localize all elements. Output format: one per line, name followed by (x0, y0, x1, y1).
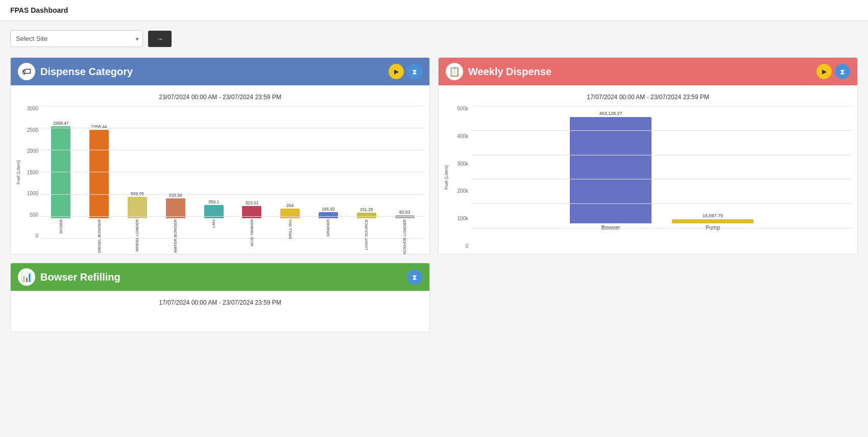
site-select-wrapper: Select Site ▾ (10, 30, 143, 47)
dispense-bar-rect (51, 126, 70, 218)
dispense-plot-area: 2458.472358.44569.05535.58350.1323.01264… (41, 106, 424, 239)
dispense-bar-item: 323.01 (233, 200, 271, 218)
dispense-bar-label: WATER BOWSER (157, 218, 194, 253)
dispense-category-title: Dispense Category (40, 66, 133, 78)
weekly-date-range: 17/07/2024 00:00 AM - 23/07/2024 23:59 P… (444, 94, 852, 101)
bowser-header-left: 📊 Bowser Refilling (18, 268, 120, 286)
dispense-bar-label: DRILL RIG (272, 218, 309, 239)
bowser-refilling-card: 📊 Bowser Refilling ⧗ 17/07/2024 00:00 AM… (10, 263, 430, 332)
bowser-refilling-card-inner: 📊 Bowser Refilling ⧗ 17/07/2024 00:00 AM… (10, 263, 430, 332)
dispense-bar-label: DOZER (42, 218, 80, 234)
bowser-refilling-header: 📊 Bowser Refilling ⧗ (11, 263, 429, 291)
dispense-bar-label: ACID TANKER (233, 218, 271, 246)
dispense-y-axis-label-wrapper: Fuel (Liters) (16, 106, 22, 239)
dispense-y-axis: 3000 2500 2000 1500 1000 500 0 (23, 106, 41, 239)
weekly-bar-item: 16,597.79 (672, 213, 754, 223)
weekly-plot-area: 453,128.2716,597.79 BowserPump (471, 106, 852, 249)
dispense-bar-rect (166, 198, 185, 218)
dispense-bar-item: 82.63 (386, 210, 423, 218)
dispense-category-header: 🏷 Dispense Category ▶ ⧗ (11, 58, 429, 85)
dispense-bar-label: BACKHOE LOADER (386, 218, 423, 255)
dispense-bar-item: 569.05 (119, 191, 156, 218)
weekly-dispense-title: Weekly Dispense (468, 66, 551, 78)
dispense-bar-item: 264 (272, 203, 309, 218)
dispense-y-axis-label: Fuel (Liters) (16, 160, 21, 185)
page-wrapper: FPAS Dashboard Select Site ▾ → 🏷 Dispens… (0, 0, 868, 437)
dispense-bar-label: DIESEL BOWSER (81, 218, 118, 253)
dispense-bar-rect (357, 213, 376, 218)
weekly-play-button[interactable]: ▶ (816, 64, 832, 79)
dispense-bar-item: 350.1 (195, 199, 232, 218)
dispense-category-body: 23/07/2024 00:00 AM - 23/07/2024 23:59 P… (11, 85, 429, 244)
weekly-bar-label: Pump (672, 223, 754, 231)
dispense-category-icon: 🏷 (18, 63, 35, 80)
weekly-chart-area: Fuel (Liters) 500k 400k 300k 200k 100k 0 (444, 106, 852, 249)
dispense-bar-item: 151.25 (348, 207, 385, 218)
weekly-dispense-icon: 📋 (446, 63, 463, 80)
controls-bar: Select Site ▾ → (0, 21, 868, 52)
weekly-dispense-card: 📋 Weekly Dispense ▶ ⧗ 17/07/2024 00:00 A… (438, 57, 858, 255)
dispense-filter-button[interactable]: ⧗ (407, 64, 422, 79)
weekly-dispense-body: 17/07/2024 00:00 AM - 23/07/2024 23:59 P… (439, 85, 857, 254)
dispense-bar-rect (204, 205, 224, 218)
dispense-bar-label: LMV (195, 218, 232, 227)
weekly-y-axis-label-wrapper: Fuel (Liters) (444, 106, 450, 249)
dispense-header-left: 🏷 Dispense Category (18, 63, 133, 80)
dispense-play-button[interactable]: ▶ (389, 64, 404, 79)
weekly-bar-label: Bowser (570, 223, 652, 231)
dispense-bar-item: 2458.47 (42, 121, 80, 218)
bowser-refilling-title: Bowser Refilling (40, 271, 120, 283)
dashboard-content: 🏷 Dispense Category ▶ ⧗ 23/07/2024 00:00… (0, 52, 868, 342)
dispense-bar-rect (128, 197, 147, 218)
weekly-y-axis: 500k 400k 300k 200k 100k 0 (451, 106, 471, 249)
bowser-header-actions: ⧗ (407, 269, 422, 285)
site-select-input[interactable]: Select Site (10, 30, 143, 47)
dispense-bar-label: LIGHT SOURCE (348, 218, 385, 250)
dispense-bar-rect (319, 212, 338, 218)
dispense-bar-label: WHEEL LOADER (119, 218, 156, 251)
dispense-chart-area: Fuel (Liters) 3000 2500 2000 1500 1000 5… (16, 106, 424, 239)
weekly-bars-container: 453,128.2716,597.79 (471, 106, 852, 223)
weekly-header-actions: ▶ ⧗ (816, 64, 850, 79)
dispense-date-range: 23/07/2024 00:00 AM - 23/07/2024 23:59 P… (16, 94, 424, 101)
bowser-filter-button[interactable]: ⧗ (407, 269, 422, 285)
weekly-bar-item: 453,128.27 (570, 111, 652, 223)
top-bar: FPAS Dashboard (0, 0, 868, 21)
dispense-bar-rect (280, 209, 300, 218)
dispense-category-card: 🏷 Dispense Category ▶ ⧗ 23/07/2024 00:00… (10, 57, 430, 255)
go-button[interactable]: → (148, 31, 172, 47)
bowser-refilling-icon: 📊 (18, 268, 35, 286)
dispense-bars-container: 2458.472358.44569.05535.58350.1323.01264… (41, 106, 424, 218)
app-title: FPAS Dashboard (10, 6, 68, 14)
bowser-refilling-body: 17/07/2024 00:00 AM - 23/07/2024 23:59 P… (11, 291, 429, 332)
bowser-date-range: 17/07/2024 00:00 AM - 23/07/2024 23:59 P… (16, 299, 424, 306)
weekly-dispense-header: 📋 Weekly Dispense ▶ ⧗ (439, 58, 857, 85)
top-row: 🏷 Dispense Category ▶ ⧗ 23/07/2024 00:00… (10, 57, 858, 255)
dispense-bar-item: 2358.44 (81, 124, 118, 218)
dispense-bar-label: GRADER (310, 218, 347, 237)
weekly-y-axis-label: Fuel (Liters) (444, 165, 449, 190)
weekly-filter-button[interactable]: ⧗ (835, 64, 850, 79)
weekly-bar-rect (570, 117, 652, 223)
weekly-bar-rect (672, 219, 754, 223)
dispense-bar-item: 535.58 (157, 193, 194, 218)
dispense-bar-item: 166.92 (310, 206, 347, 218)
dispense-x-labels: DOZERDIESEL BOWSERWHEEL LOADERWATER BOWS… (41, 218, 424, 239)
dispense-bar-rect (89, 130, 109, 218)
weekly-x-labels: BowserPump (471, 223, 852, 239)
dispense-bar-rect (242, 206, 261, 218)
dispense-header-actions: ▶ ⧗ (389, 64, 422, 79)
weekly-header-left: 📋 Weekly Dispense (446, 63, 551, 80)
